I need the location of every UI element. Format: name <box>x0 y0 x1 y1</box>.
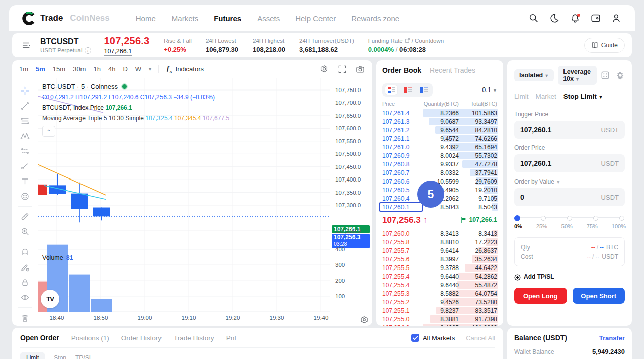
bid-row[interactable]: 107,255.59.378844.6422 <box>376 263 503 272</box>
margin-mode-select[interactable]: Isolated▼ <box>514 69 554 81</box>
ask-row[interactable]: 107,261.29.654484.2810 <box>376 126 503 134</box>
open-long-button[interactable]: Open Long <box>514 288 567 304</box>
tf-4h[interactable]: 4h <box>108 65 115 73</box>
ask-row[interactable]: 107,261.09.439265.1694 <box>376 143 503 151</box>
tab-recent-trades[interactable]: Recent Trades <box>430 66 475 74</box>
view-both-icon[interactable] <box>385 85 397 95</box>
nav-futures[interactable]: Futures <box>214 14 242 23</box>
hide-drawings-icon[interactable] <box>18 290 33 305</box>
price-cell[interactable]: 107,260.4 <box>382 195 422 202</box>
cancel-all-button[interactable]: Cancel All <box>466 334 495 342</box>
nav-rewards-zone[interactable]: Rewards zone <box>351 14 399 23</box>
price-cell[interactable]: 107,260.5 <box>382 187 422 194</box>
tf-5m[interactable]: 5m <box>36 65 45 73</box>
price-cell[interactable]: 107,261.0 <box>382 144 422 151</box>
slider-tick-100[interactable] <box>619 216 624 221</box>
text-tool-icon[interactable] <box>18 173 33 189</box>
drawing-mode-icon[interactable] <box>18 260 33 275</box>
chevron-down-icon[interactable]: ▾ <box>149 66 151 72</box>
subtab-limit[interactable]: Limit <box>20 352 45 359</box>
chart-settings-icon[interactable] <box>319 64 329 74</box>
price-axis[interactable]: 107,266.1 107,256.3 03:28 107,750.0107,7… <box>330 78 372 325</box>
price-cell[interactable]: 107,255.6 <box>382 256 422 263</box>
subtab-stop[interactable]: Stop <box>54 354 66 359</box>
tf-D[interactable]: D <box>123 65 127 73</box>
ask-row[interactable]: 107,261.48.2366101.5863 <box>376 109 503 117</box>
price-cell[interactable]: 107,260.8 <box>382 161 422 168</box>
crosshair-icon[interactable] <box>18 83 33 99</box>
price-cell[interactable]: 107,255.7 <box>382 247 422 254</box>
price-cell[interactable]: 107,261.3 <box>382 118 422 125</box>
bid-row[interactable]: 107,260.08.34138.3413 <box>376 229 503 238</box>
subtab-tpsl[interactable]: TP/SL <box>75 354 92 359</box>
guide-button[interactable]: Guide <box>584 38 625 53</box>
mark-price[interactable]: 107,266.1 <box>461 216 497 224</box>
lock-drawings-icon[interactable] <box>18 275 33 290</box>
trigger-price-input[interactable]: 107,260.1 USDT <box>514 121 625 139</box>
ask-row[interactable]: 107,261.19.457274.6266 <box>376 134 503 143</box>
precision-select[interactable]: 0.1 ▼ <box>482 86 497 94</box>
ask-row[interactable]: 107,260.89.933747.7278 <box>376 160 503 168</box>
bid-row[interactable]: 107,255.49.644055.4872 <box>376 281 503 289</box>
measure-icon[interactable] <box>18 209 33 224</box>
all-markets-checkbox[interactable] <box>411 334 419 342</box>
bid-row[interactable]: 107,255.19.823783.3517 <box>376 306 503 315</box>
magnet-icon[interactable] <box>18 245 33 260</box>
camera-icon[interactable] <box>355 64 365 74</box>
bid-row[interactable]: 107,255.79.641426.8637 <box>376 246 503 255</box>
price-cell[interactable]: 107,260.9 <box>382 152 422 159</box>
bid-row[interactable]: 107,255.68.399735.2634 <box>376 255 503 263</box>
price-cell[interactable]: 107,255.8 <box>382 239 422 246</box>
nav-assets[interactable]: Assets <box>257 14 280 23</box>
price-cell[interactable]: 107,260.6 <box>382 178 422 185</box>
leverage-select[interactable]: Leverage 10x▼ <box>558 66 597 85</box>
profile-icon[interactable] <box>611 13 622 24</box>
slider-tick-25[interactable] <box>541 216 546 221</box>
price-cell[interactable]: 107,255.5 <box>382 264 422 272</box>
trend-line-icon[interactable] <box>18 99 33 114</box>
brand-coinness[interactable]: CoinNess <box>70 13 109 23</box>
tab-open-order[interactable]: Open Order <box>20 334 59 342</box>
price-cell[interactable]: 107,254.9 <box>382 324 422 326</box>
slider-tick-50[interactable] <box>567 216 572 221</box>
price-cell[interactable]: 107,255.3 <box>382 290 422 297</box>
calculator-icon[interactable] <box>601 71 610 80</box>
external-link-icon[interactable] <box>405 38 410 43</box>
nav-markets[interactable]: Markets <box>172 14 198 23</box>
price-cell[interactable]: 107,260.0 <box>382 230 422 237</box>
coinness-logo[interactable] <box>22 12 36 25</box>
ask-row[interactable]: 107,260.78.033237.7941 <box>376 168 503 177</box>
order-value-input[interactable]: 0 USDT <box>514 188 625 206</box>
fullscreen-icon[interactable] <box>337 64 347 74</box>
tf-30m[interactable]: 30m <box>73 65 86 73</box>
wallet-icon[interactable] <box>590 13 601 24</box>
bid-row[interactable]: 107,255.88.881017.2223 <box>376 238 503 246</box>
brand-trade[interactable]: Trade <box>40 13 63 23</box>
price-cell[interactable]: 107,260.7 <box>382 169 422 176</box>
brush-icon[interactable] <box>18 158 33 173</box>
chart-plot[interactable]: BTC-USDT · 5 · Coinness O107,291.2 H107,… <box>38 78 330 325</box>
bid-row[interactable]: 107,255.29.452673.5280 <box>376 298 503 306</box>
tab-positions[interactable]: Positions (1) <box>71 334 109 342</box>
bid-row[interactable]: 107,255.38.588264.0754 <box>376 289 503 298</box>
view-bids-icon[interactable] <box>418 85 430 95</box>
slider-tick-0[interactable] <box>514 215 520 221</box>
info-icon[interactable]: i <box>85 47 91 54</box>
nav-help-center[interactable]: Help Center <box>295 14 336 23</box>
price-cell[interactable]: 107,261.1 <box>382 135 422 142</box>
price-cell[interactable]: 107,261.2 <box>382 127 422 134</box>
slider-tick-75[interactable] <box>593 216 598 221</box>
xabcd-pattern-icon[interactable] <box>18 129 33 144</box>
price-cell[interactable]: 107,261.4 <box>382 110 422 117</box>
emoji-icon[interactable] <box>18 189 33 204</box>
search-icon[interactable] <box>528 13 539 24</box>
projection-icon[interactable] <box>18 144 33 159</box>
tab-pnl[interactable]: PnL <box>226 334 238 342</box>
tf-1h[interactable]: 1h <box>93 65 100 73</box>
dark-mode-moon-icon[interactable] <box>549 13 560 24</box>
ask-row[interactable]: 107,260.98.002455.7302 <box>376 151 503 160</box>
tab-order-history[interactable]: Order History <box>121 334 162 342</box>
symbol[interactable]: BTCUSDT <box>40 37 91 46</box>
order-tab-stop-limit[interactable]: Stop Limit ▼ <box>564 93 603 100</box>
pair-list-icon[interactable] <box>21 40 32 51</box>
